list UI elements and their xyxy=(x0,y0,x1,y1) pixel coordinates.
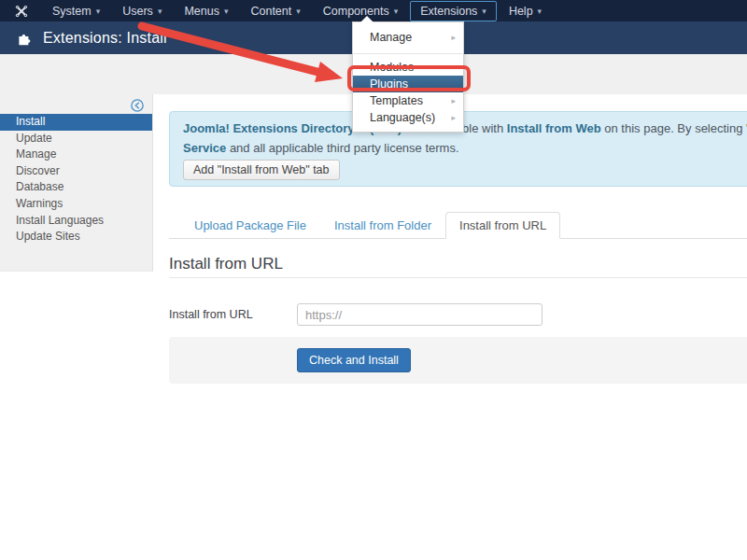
page-title: Extensions: Install xyxy=(43,30,167,47)
dropdown-item-language-s[interactable]: Language(s)▸ xyxy=(353,109,463,126)
menu-extensions[interactable]: Extensions▾ xyxy=(410,1,497,21)
dropdown-item-templates[interactable]: Templates▸ xyxy=(353,92,463,109)
sidebar: InstallUpdateManageDiscoverDatabaseWarni… xyxy=(0,94,153,272)
form-actions-band: Check and Install xyxy=(169,337,747,384)
tab-install-from-url[interactable]: Install from URL xyxy=(445,212,560,239)
dropdown-caret xyxy=(360,16,374,22)
caret-down-icon: ▾ xyxy=(538,7,543,16)
sidebar-item-install[interactable]: Install xyxy=(0,114,152,131)
extensions-dropdown-menu: Manage▸ModulesPluginsTemplates▸Language(… xyxy=(352,21,464,133)
menu-help[interactable]: Help▾ xyxy=(499,1,552,21)
sidebar-menu: InstallUpdateManageDiscoverDatabaseWarni… xyxy=(0,114,152,245)
dropdown-item-plugins[interactable]: Plugins xyxy=(353,76,463,92)
alert-text-line2: Service and all applicable third party l… xyxy=(183,138,747,158)
caret-down-icon: ▾ xyxy=(394,7,399,16)
sidebar-item-install-languages[interactable]: Install Languages xyxy=(0,213,152,230)
sidebar-item-discover[interactable]: Discover xyxy=(0,163,152,180)
menu-list: System▾Users▾Menus▾Content▾Components▾Ex… xyxy=(41,0,553,21)
dropdown-item-label: Modules xyxy=(370,59,414,76)
sidebar-item-update[interactable]: Update xyxy=(0,131,152,147)
install-url-input[interactable] xyxy=(297,303,543,326)
admin-menu-bar: System▾Users▾Menus▾Content▾Components▾Ex… xyxy=(0,0,747,21)
sidebar-item-update-sites[interactable]: Update Sites xyxy=(0,229,152,245)
sidebar-item-warnings[interactable]: Warnings xyxy=(0,196,152,213)
section-heading: Install from URL xyxy=(169,255,747,273)
alert-text: and all applicable third party license t… xyxy=(226,141,458,155)
joomla-admin-window: System▾Users▾Menus▾Content▾Components▾Ex… xyxy=(0,0,747,560)
circle-arrow-left-icon[interactable] xyxy=(131,99,144,116)
submenu-arrow-icon: ▸ xyxy=(451,26,456,49)
caret-down-icon: ▾ xyxy=(482,7,486,16)
sidebar-item-manage[interactable]: Manage xyxy=(0,147,152,163)
alert-bold-text: Service xyxy=(183,141,226,155)
dropdown-item-label: Plugins xyxy=(370,76,408,92)
submenu-arrow-icon: ▸ xyxy=(451,92,456,109)
install-tabs: Upload Package FileInstall from FolderIn… xyxy=(169,212,747,239)
menu-label: Menus xyxy=(184,5,219,18)
caret-down-icon: ▾ xyxy=(296,7,301,16)
menu-label: Content xyxy=(250,5,291,18)
menu-label: System xyxy=(52,5,92,18)
caret-down-icon: ▾ xyxy=(224,7,229,16)
alert-text-line1: Joomla! Extensions Directory™ (JED) now … xyxy=(183,119,747,138)
heading-divider xyxy=(169,277,747,278)
dropdown-item-label: Language(s) xyxy=(370,109,435,126)
tab-install-from-folder[interactable]: Install from Folder xyxy=(320,212,445,239)
content-area: Joomla! Extensions Directory™ (JED) now … xyxy=(153,94,747,384)
menu-label: Help xyxy=(509,5,533,18)
puzzle-piece-icon xyxy=(17,31,32,46)
menu-content[interactable]: Content▾ xyxy=(240,1,310,21)
caret-down-icon: ▾ xyxy=(158,7,162,16)
alert-text: on this page. By selecting "Add Install … xyxy=(601,121,747,135)
menu-system[interactable]: System▾ xyxy=(42,1,110,21)
dropdown-item-modules[interactable]: Modules xyxy=(353,59,463,76)
dropdown-divider xyxy=(353,53,463,54)
tab-upload-package-file[interactable]: Upload Package File xyxy=(180,212,320,239)
caret-down-icon: ▾ xyxy=(96,7,101,16)
dropdown-item-label: Manage xyxy=(370,26,412,49)
add-install-from-web-button[interactable]: Add "Install from Web" tab xyxy=(183,160,340,180)
menu-label: Extensions xyxy=(420,5,477,18)
dropdown-item-manage[interactable]: Manage▸ xyxy=(353,26,463,49)
menu-label: Components xyxy=(323,5,389,18)
install-url-label: Install from URL xyxy=(169,308,297,321)
url-form-row: Install from URL xyxy=(169,303,747,326)
dropdown-item-label: Templates xyxy=(370,92,423,109)
sidebar-item-database[interactable]: Database xyxy=(0,179,152,196)
alert-bold-text: Install from Web xyxy=(507,121,601,135)
menu-label: Users xyxy=(122,5,153,18)
menu-users[interactable]: Users▾ xyxy=(112,1,172,21)
check-and-install-button[interactable]: Check and Install xyxy=(297,348,411,372)
joomla-logo xyxy=(15,5,28,18)
submenu-arrow-icon: ▸ xyxy=(451,109,456,126)
menu-menus[interactable]: Menus▾ xyxy=(174,1,238,21)
